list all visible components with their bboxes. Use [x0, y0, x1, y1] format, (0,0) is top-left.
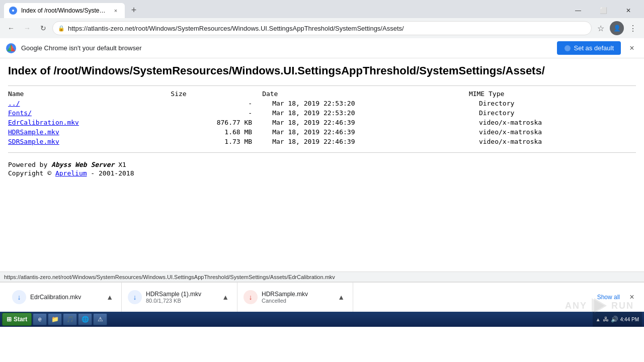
minimize-button[interactable]: — [567, 3, 590, 18]
server-name: Abyss Web Server [51, 161, 114, 168]
ie-icon: e [36, 316, 43, 323]
tab-favicon [9, 7, 17, 15]
file-size-cell: 876.77 KB [171, 118, 262, 127]
banner-text: Google Chrome isn't your default browser [21, 44, 552, 52]
taskbar-item-ie[interactable]: e [33, 313, 47, 325]
download-item-2: ↓ HDRSample (1).mkv 80.0/1,723 KB ▲ [122, 283, 237, 312]
system-tray: ▲ 🖧 🔊 4:44 PM [593, 312, 642, 327]
back-button[interactable]: ← [4, 21, 18, 35]
download-icon-2: ↓ [128, 290, 142, 304]
status-url: https://atlantis-zero.net/root/Windows/S… [4, 274, 335, 280]
download-status-3: Cancelled [262, 298, 332, 304]
taskbar-item-chrome[interactable]: 🌐 [78, 313, 92, 325]
aprelium-link[interactable]: Aprelium [55, 169, 87, 177]
maximize-button[interactable]: ⬜ [592, 3, 615, 18]
start-button[interactable]: ⊞ Start [2, 313, 32, 326]
chrome-taskbar-icon: 🌐 [82, 316, 89, 323]
bookmark-button[interactable]: ☆ [594, 21, 608, 35]
file-date-cell: Mar 18, 2019 22:46:39 [262, 118, 469, 127]
file-link[interactable]: Fonts/ [8, 109, 32, 117]
footer-divider [8, 152, 636, 153]
menu-button[interactable]: ⋮ [626, 21, 640, 35]
file-date-cell: Mar 18, 2019 22:46:39 [262, 137, 469, 146]
col-header-name: Name [8, 89, 171, 99]
table-row: ../-Mar 18, 2019 22:53:20Directory [8, 99, 636, 108]
reload-button[interactable]: ↻ [36, 21, 50, 35]
taskbar-item-anyrun[interactable]: ⚠ [93, 313, 107, 325]
taskbar-item-explorer[interactable]: 📁 [48, 313, 62, 325]
file-date-cell: Mar 18, 2019 22:46:39 [262, 127, 469, 137]
footer: Powered by Abyss Web Server X1 Copyright… [8, 161, 636, 177]
profile-button[interactable]: 👤 [610, 21, 624, 35]
default-browser-banner: Google Chrome isn't your default browser… [0, 38, 644, 58]
download-name-3: HDRSample.mkv [262, 291, 332, 298]
browser-titlebar: Index of /root/Windows/SystemRes... × + … [0, 0, 644, 18]
media-icon: 🎵 [66, 316, 73, 323]
page-content: Index of /root/Windows/SystemResources/W… [0, 58, 644, 272]
active-tab[interactable]: Index of /root/Windows/SystemRes... × [4, 3, 125, 18]
table-row: EdrCalibration.mkv876.77 KBMar 18, 2019 … [8, 118, 636, 127]
file-link[interactable]: ../ [8, 100, 20, 107]
anyrun-icon: ⚠ [97, 316, 104, 323]
download-close-button[interactable]: × [626, 291, 638, 303]
col-header-size: Size [171, 89, 262, 99]
download-chevron-1[interactable]: ▲ [104, 291, 115, 303]
status-bar: https://atlantis-zero.net/root/Windows/S… [0, 272, 644, 282]
chrome-small-icon [564, 45, 571, 52]
powered-by-line: Powered by Abyss Web Server X1 [8, 161, 636, 168]
file-name-cell: ../ [8, 99, 171, 108]
file-link[interactable]: HDRSample.mkv [8, 128, 59, 136]
file-name-cell: EdrCalibration.mkv [8, 118, 171, 127]
file-name-cell: Fonts/ [8, 108, 171, 118]
file-mime-cell: Directory [469, 99, 636, 108]
show-all-button[interactable]: Show all [591, 294, 626, 301]
new-tab-button[interactable]: + [127, 3, 141, 17]
download-info-1: EdrCalibration.mkv [30, 294, 100, 301]
download-name-2: HDRSample (1).mkv [146, 291, 216, 298]
download-item-3: ↓ HDRSample.mkv Cancelled ▲ [237, 283, 353, 312]
forward-button[interactable]: → [20, 21, 34, 35]
taskbar: ⊞ Start e 📁 🎵 🌐 ⚠ ▲ 🖧 🔊 4:44 PM [0, 312, 644, 327]
table-row: HDRSample.mkv1.68 MBMar 18, 2019 22:46:3… [8, 127, 636, 137]
file-mime-cell: Directory [469, 108, 636, 118]
file-name-cell: SDRSample.mkv [8, 137, 171, 146]
set-default-button[interactable]: Set as default [557, 41, 621, 55]
download-bar: ↓ EdrCalibration.mkv ▲ ↓ HDRSample (1).m… [0, 282, 644, 312]
taskbar-item-media[interactable]: 🎵 [63, 313, 77, 325]
download-info-3: HDRSample.mkv Cancelled [262, 291, 332, 304]
tray-volume-icon: 🔊 [611, 316, 618, 323]
file-mime-cell: video/x-matroska [469, 118, 636, 127]
windows-logo-icon: ⊞ [7, 316, 12, 323]
table-row: SDRSample.mkv1.73 MBMar 18, 2019 22:46:3… [8, 137, 636, 146]
banner-close-button[interactable]: × [626, 42, 638, 54]
file-size-cell: - [171, 99, 262, 108]
title-divider [8, 85, 636, 86]
download-chevron-3[interactable]: ▲ [336, 291, 347, 303]
page-title: Index of /root/Windows/SystemResources/W… [8, 64, 636, 77]
address-box[interactable]: 🔒 https://atlantis-zero.net/root/Windows… [52, 21, 592, 35]
tray-expand-icon[interactable]: ▲ [596, 317, 601, 322]
file-mime-cell: video/x-matroska [469, 127, 636, 137]
col-header-date: Date [262, 89, 469, 99]
lock-icon: 🔒 [58, 25, 65, 32]
address-text: https://atlantis-zero.net/root/Windows/S… [68, 25, 586, 32]
folder-icon: 📁 [51, 316, 58, 323]
download-name-1: EdrCalibration.mkv [30, 294, 100, 301]
download-info-2: HDRSample (1).mkv 80.0/1,723 KB [146, 291, 216, 304]
file-link[interactable]: SDRSample.mkv [8, 138, 59, 145]
file-link[interactable]: EdrCalibration.mkv [8, 119, 79, 126]
close-button[interactable]: ✕ [617, 3, 640, 18]
file-size-cell: 1.68 MB [171, 127, 262, 137]
address-bar-row: ← → ↻ 🔒 https://atlantis-zero.net/root/W… [0, 18, 644, 38]
tab-title: Index of /root/Windows/SystemRes... [21, 7, 108, 14]
svg-point-4 [565, 45, 571, 51]
download-chevron-2[interactable]: ▲ [220, 291, 231, 303]
copyright-line: Copyright © Aprelium - 2001-2018 [8, 169, 636, 177]
table-header-row: Name Size Date MIME Type [8, 89, 636, 99]
download-icon-3: ↓ [244, 290, 258, 304]
tab-close-button[interactable]: × [112, 7, 120, 15]
download-icon-1: ↓ [12, 290, 26, 304]
file-date-cell: Mar 18, 2019 22:53:20 [262, 99, 469, 108]
chrome-logo-icon [6, 43, 16, 53]
file-mime-cell: video/x-matroska [469, 137, 636, 146]
